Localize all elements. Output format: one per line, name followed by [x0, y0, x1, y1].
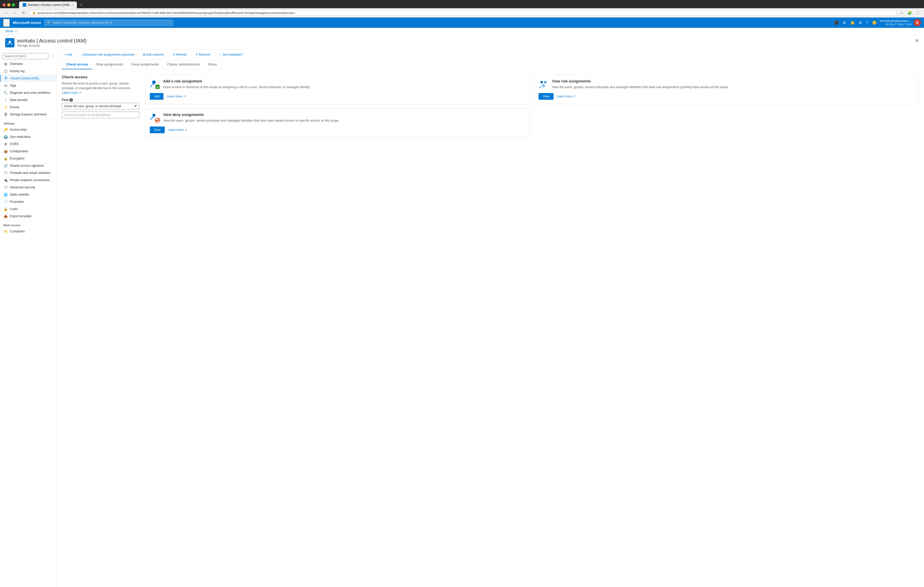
- view-role-btn[interactable]: View: [539, 93, 554, 100]
- svg-point-3: [152, 81, 156, 84]
- sidebar-item-access-keys[interactable]: 🔑 Access keys: [0, 126, 56, 133]
- sidebar-item-firewalls[interactable]: 🛡 Firewalls and virtual networks: [0, 169, 56, 176]
- sidebar-item-geo-replication[interactable]: 🌍 Geo-replication: [0, 133, 56, 140]
- sidebar-item-activity-log[interactable]: 📋 Activity log: [0, 67, 56, 75]
- tab-check-access[interactable]: Check access: [62, 60, 92, 69]
- sidebar-item-containers[interactable]: 📁 Containers: [0, 228, 56, 235]
- svg-point-6: [544, 81, 546, 84]
- tab-bar: workato | Access control (IAM) ✕ +: [19, 2, 84, 8]
- sidebar-item-shared-access[interactable]: 🔗 Shared access signature: [0, 162, 56, 169]
- tab-close-btn[interactable]: ✕: [71, 3, 73, 7]
- add-role-btn[interactable]: Add: [150, 93, 163, 100]
- sidebar-item-data-transfer[interactable]: ↕ Data transfer: [0, 96, 56, 104]
- page-subtitle: Storage account: [17, 44, 87, 48]
- tags-icon: 🏷: [3, 84, 8, 88]
- content-area: + Add ↓ Download role assignments (previ…: [57, 50, 924, 587]
- sidebar-search-row: 《: [0, 52, 56, 60]
- extensions-btn[interactable]: 🧩: [906, 10, 913, 15]
- sidebar-item-configuration[interactable]: 📦 Configuration: [0, 148, 56, 155]
- help-btn[interactable]: ?: [865, 20, 870, 26]
- user-name: bennett.goh@workato.c...: [879, 19, 912, 23]
- close-page-btn[interactable]: ✕: [915, 38, 919, 44]
- view-deny-btn[interactable]: View: [150, 127, 165, 133]
- breadcrumb-home[interactable]: Home: [5, 30, 13, 33]
- sidebar-search-input[interactable]: [2, 53, 48, 59]
- tab-roles[interactable]: Roles: [204, 60, 221, 69]
- hamburger-menu[interactable]: ☰: [3, 19, 10, 27]
- sidebar-item-label: Data transfer: [10, 98, 28, 102]
- remove-btn[interactable]: ✕ Remove: [193, 52, 213, 58]
- back-btn[interactable]: ←: [3, 10, 10, 15]
- sidebar-item-static-website[interactable]: 🌐 Static website: [0, 191, 56, 198]
- notifications-btn[interactable]: 🔔: [849, 20, 856, 26]
- search-by-name-input[interactable]: [62, 112, 139, 118]
- learn-more-link[interactable]: Learn more: [62, 91, 78, 95]
- sidebar-item-properties[interactable]: 📄 Properties: [0, 198, 56, 206]
- settings-btn[interactable]: ⚙: [858, 20, 863, 26]
- active-tab[interactable]: workato | Access control (IAM) ✕: [19, 2, 77, 8]
- sidebar-item-storage-explorer[interactable]: 🗄 Storage Explorer (preview): [0, 111, 56, 118]
- tab-classic-administrators[interactable]: Classic administrators: [163, 60, 204, 69]
- toolbar-divider-5: [214, 52, 215, 57]
- view-deny-learn-more[interactable]: Learn more ↗: [168, 128, 187, 132]
- sidebar-item-label: Diagnose and solve problems: [10, 91, 51, 95]
- cloud-shell-btn[interactable]: ⬛: [833, 20, 840, 26]
- sidebar-item-access-control[interactable]: Access control (IAM): [0, 75, 56, 82]
- sidebar-item-encryption[interactable]: 🔒 Encryption: [0, 155, 56, 162]
- browser-window-controls: [3, 3, 15, 7]
- add-role-learn-more[interactable]: Learn more ↗: [167, 95, 186, 98]
- find-dropdown[interactable]: Azure AD user, group, or service princip…: [62, 103, 139, 110]
- sidebar-item-tags[interactable]: 🏷 Tags: [0, 82, 56, 89]
- add-role-card: Add a role assignment Grant access to re…: [145, 75, 530, 104]
- add-role-card-text: Add a role assignment Grant access to re…: [163, 79, 310, 89]
- check-access-title: Check access: [62, 75, 139, 79]
- header-search-input[interactable]: [53, 21, 170, 25]
- sidebar-item-events[interactable]: ⚡ Events: [0, 104, 56, 111]
- svg-point-2: [7, 77, 7, 78]
- url-box[interactable]: 🔒 portal.azure.com/#@bennettgohworkato.o…: [29, 10, 897, 16]
- tab-role-assignments[interactable]: Role assignments: [92, 60, 127, 69]
- close-window-btn[interactable]: [3, 3, 6, 7]
- new-tab-btn[interactable]: +: [78, 3, 84, 7]
- sidebar-collapse-btn[interactable]: 《: [49, 53, 54, 59]
- view-role-icon-area: [539, 79, 549, 89]
- portal-settings-btn[interactable]: ⚙: [842, 20, 847, 26]
- sidebar-item-cors[interactable]: ⚙ CORS: [0, 140, 56, 148]
- sidebar-item-advanced-security[interactable]: 🛡 Advanced security: [0, 184, 56, 191]
- minimize-window-btn[interactable]: [7, 3, 10, 7]
- sidebar-item-overview[interactable]: ⊞ Overview: [0, 60, 56, 67]
- feedback-btn[interactable]: 😊: [871, 20, 878, 26]
- star-btn[interactable]: ☆: [899, 10, 905, 15]
- view-role-learn-more[interactable]: Learn more ↗: [557, 95, 576, 98]
- download-btn[interactable]: ↓ Download role assignments (preview): [78, 52, 136, 58]
- edit-columns-btn[interactable]: ⊞ Edit columns: [141, 52, 166, 58]
- sidebar-item-diagnose[interactable]: 🔧 Diagnose and solve problems: [0, 89, 56, 96]
- maximize-window-btn[interactable]: [12, 3, 15, 7]
- sidebar-item-label: Firewalls and virtual networks: [10, 171, 50, 175]
- feedback-btn[interactable]: ♡ Got feedback?: [217, 52, 245, 58]
- add-btn[interactable]: + Add: [62, 52, 74, 58]
- data-transfer-icon: ↕: [3, 98, 8, 102]
- menu-btn[interactable]: ⋮: [915, 10, 921, 15]
- sidebar-item-label: CORS: [10, 142, 19, 146]
- view-role-card: View role assignments View the users, gr…: [534, 75, 919, 104]
- header-search[interactable]: 🔍: [45, 20, 173, 26]
- header-right: ⬛ ⚙ 🔔 ⚙ ? 😊 bennett.goh@workato.c... DEF…: [833, 19, 921, 26]
- forward-btn[interactable]: →: [12, 10, 18, 15]
- encryption-icon: 🔒: [3, 156, 8, 161]
- refresh-btn[interactable]: ↺ Refresh: [170, 52, 189, 58]
- sidebar-item-label: Properties: [10, 200, 24, 204]
- sidebar-item-export-template[interactable]: 📤 Export template: [0, 212, 56, 220]
- refresh-btn[interactable]: ↻: [21, 10, 27, 15]
- avatar[interactable]: B: [914, 19, 921, 26]
- find-label: Find i: [62, 98, 139, 102]
- sidebar-item-locks[interactable]: 🔒 Locks: [0, 206, 56, 212]
- page-title: workato | Access control (IAM): [17, 38, 87, 44]
- sidebar-item-private-endpoint[interactable]: 🔌 Private endpoint connections: [0, 176, 56, 184]
- toolbar-divider-1: [76, 52, 76, 57]
- tab-title: workato | Access control (IAM): [28, 3, 69, 7]
- user-info[interactable]: bennett.goh@workato.c... DEFAULT DIRECTO…: [879, 19, 921, 26]
- tab-deny-assignments[interactable]: Deny assignments: [127, 60, 163, 69]
- view-deny-icon-area: [150, 113, 160, 123]
- shared-access-icon: 🔗: [3, 164, 8, 168]
